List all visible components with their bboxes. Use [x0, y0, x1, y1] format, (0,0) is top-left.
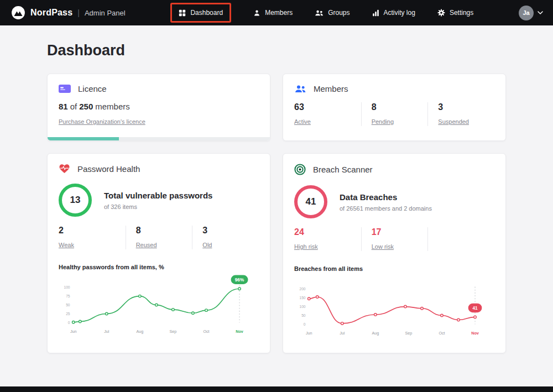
svg-text:Sep: Sep — [405, 331, 413, 336]
card-title: Members — [314, 84, 348, 93]
stat-value: 63 — [294, 102, 361, 112]
hero-subtext: of 326 items — [104, 203, 212, 210]
dashboard-icon — [179, 9, 186, 17]
members-card: Members 63 Active 8 Pending 3 Suspended — [283, 74, 506, 141]
svg-text:Oct: Oct — [203, 329, 209, 334]
svg-text:Oct: Oct — [439, 331, 445, 336]
breach-count-ring: 41 — [294, 185, 327, 218]
svg-text:50: 50 — [66, 303, 70, 307]
stat-value: 3 — [438, 102, 494, 112]
nav-item-label: Groups — [328, 9, 349, 17]
stat-suspended: 3 Suspended — [427, 102, 494, 126]
password-health-header: Password Health — [59, 164, 259, 174]
activity-log-icon — [372, 9, 379, 17]
account-menu[interactable]: Ja — [519, 6, 543, 20]
nav-item-label: Activity log — [384, 9, 415, 17]
nav-item-label: Members — [265, 9, 293, 17]
svg-text:Sep: Sep — [170, 329, 177, 334]
licence-used-count: 81 — [59, 102, 68, 111]
password-health-chart: 0255075100JunJulAugSepOctNov96% — [59, 274, 259, 336]
nordpass-logo-icon — [11, 6, 25, 20]
stat-label-link[interactable]: Reused — [136, 242, 157, 248]
stat-label-link[interactable]: Pending — [372, 118, 394, 125]
password-health-stats: 2 Weak 8 Reused 3 Old — [59, 226, 259, 249]
stat-value: 17 — [372, 227, 428, 237]
brand-subtitle: Admin Panel — [85, 9, 126, 17]
svg-text:75: 75 — [66, 294, 70, 298]
bottom-bar — [0, 386, 553, 392]
top-navbar: NordPass | Admin Panel Dashboard Members… — [0, 0, 553, 25]
ring-value: 13 — [70, 195, 81, 206]
nav-item-members[interactable]: Members — [253, 9, 293, 17]
chart-title: Breaches from all items — [294, 265, 494, 272]
stat-label-link[interactable]: Suspended — [438, 118, 469, 125]
breach-scanner-header: Breach Scanner — [294, 164, 494, 175]
heart-pulse-icon — [59, 164, 70, 174]
stat-reused: 8 Reused — [126, 226, 192, 249]
licence-of-word: of — [70, 102, 77, 111]
nav-item-label: Settings — [450, 9, 473, 17]
stat-label-link[interactable]: Low risk — [372, 243, 394, 250]
stat-label-link[interactable]: Active — [294, 118, 311, 125]
nav-item-groups[interactable]: Groups — [315, 9, 349, 17]
licence-members-word: members — [95, 102, 130, 111]
breach-scanner-stats: 24 High risk 17 Low risk — [294, 227, 494, 251]
card-title: Password Health — [77, 164, 140, 174]
svg-text:100: 100 — [64, 285, 70, 289]
credit-card-icon — [59, 84, 71, 93]
svg-text:150: 150 — [299, 296, 305, 300]
svg-text:0: 0 — [68, 321, 70, 325]
groups-icon — [315, 9, 324, 17]
stat-label-link[interactable]: Weak — [59, 242, 74, 248]
svg-text:Nov: Nov — [471, 331, 479, 336]
stat-active: 63 Active — [294, 102, 361, 126]
hero-title: Data Breaches — [340, 192, 432, 202]
licence-progress-track — [48, 137, 270, 140]
svg-text:Jul: Jul — [104, 329, 109, 334]
svg-text:50: 50 — [301, 313, 306, 317]
team-icon — [294, 85, 306, 93]
svg-text:96%: 96% — [235, 278, 244, 283]
licence-card: Licence 81 of 250 members Purchase Organ… — [47, 74, 270, 141]
brand-divider: | — [77, 8, 80, 17]
radar-icon — [294, 164, 306, 175]
card-title: Breach Scanner — [313, 165, 373, 174]
brand[interactable]: NordPass | Admin Panel — [11, 6, 126, 20]
hero-subtext: of 26561 members and 2 domains — [340, 205, 432, 212]
stat-value: 8 — [372, 102, 428, 112]
settings-icon — [437, 9, 445, 17]
breach-scanner-chart: 050100150200JunJulAugSepOctNov41 — [294, 275, 494, 338]
card-title: Licence — [78, 84, 107, 93]
svg-text:41: 41 — [472, 306, 478, 311]
stat-label-link[interactable]: High risk — [294, 243, 318, 250]
brand-name: NordPass — [30, 8, 72, 18]
svg-text:Aug: Aug — [372, 331, 379, 336]
hero-text: Data Breaches of 26561 members and 2 dom… — [340, 192, 432, 212]
avatar[interactable]: Ja — [519, 6, 534, 20]
svg-text:0: 0 — [304, 322, 306, 326]
password-health-card: Password Health 13 Total vulnerable pass… — [47, 153, 270, 353]
nav-item-activity-log[interactable]: Activity log — [372, 9, 415, 17]
members-stats: 63 Active 8 Pending 3 Suspended — [294, 102, 494, 126]
hero-title: Total vulnerable passwords — [104, 191, 212, 200]
svg-text:Jul: Jul — [340, 331, 345, 336]
stat-pending: 8 Pending — [361, 102, 428, 126]
svg-text:Aug: Aug — [136, 329, 143, 334]
password-health-hero: 13 Total vulnerable passwords of 326 ite… — [59, 184, 259, 217]
svg-text:Jun: Jun — [306, 331, 312, 336]
breach-scanner-chart-block: Breaches from all items 050100150200JunJ… — [294, 265, 494, 338]
vulnerable-count-ring: 13 — [59, 184, 92, 217]
annotation-highlight: Dashboard — [170, 3, 231, 23]
licence-progress-fill — [48, 137, 119, 140]
svg-text:200: 200 — [299, 287, 305, 291]
nav-item-dashboard[interactable]: Dashboard — [179, 9, 223, 17]
password-health-chart-block: Healthy passwords from all items, % 0255… — [59, 264, 259, 336]
stat-label-link[interactable]: Old — [202, 242, 212, 248]
nav-item-settings[interactable]: Settings — [437, 9, 473, 17]
purchase-licence-link[interactable]: Purchase Organization's licence — [59, 118, 145, 125]
licence-card-header: Licence — [59, 84, 259, 93]
breach-scanner-card: Breach Scanner 41 Data Breaches of 26561… — [283, 153, 506, 353]
hero-text: Total vulnerable passwords of 326 items — [104, 191, 212, 210]
chart-title: Healthy passwords from all items, % — [59, 264, 259, 270]
stat-weak: 2 Weak — [59, 226, 126, 249]
